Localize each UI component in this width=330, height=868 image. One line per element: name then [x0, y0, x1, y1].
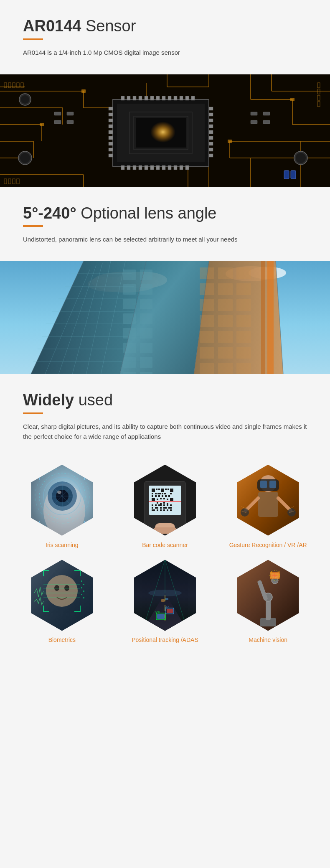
svg-rect-240 [157, 509, 158, 511]
lens-section: 5°-240° Optional lens angle Undistorted,… [0, 187, 330, 262]
svg-rect-212 [152, 495, 153, 497]
svg-rect-72 [168, 165, 171, 170]
svg-rect-158 [236, 283, 251, 295]
sensor-section: AR0144 Sensor AR0144 is a 1/4-inch 1.0 M… [0, 0, 330, 74]
svg-point-308 [277, 574, 278, 575]
svg-rect-80 [109, 130, 113, 134]
svg-rect-33 [40, 123, 44, 126]
svg-rect-66 [133, 165, 136, 170]
svg-rect-253 [269, 481, 276, 488]
svg-rect-147 [140, 343, 152, 353]
svg-rect-220 [160, 498, 162, 499]
svg-rect-51 [121, 96, 124, 100]
svg-rect-208 [157, 493, 161, 494]
svg-rect-162 [200, 315, 214, 327]
svg-rect-177 [267, 261, 274, 374]
svg-rect-271 [83, 584, 84, 585]
svg-rect-31 [81, 89, 86, 93]
svg-rect-55 [145, 96, 148, 100]
svg-rect-237 [163, 507, 167, 509]
svg-rect-205 [170, 489, 173, 492]
svg-rect-35 [228, 140, 232, 143]
svg-rect-77 [109, 113, 113, 116]
adas-label: Positional tracking /ADAS [132, 636, 198, 644]
svg-rect-138 [123, 284, 136, 295]
svg-rect-113 [291, 171, 296, 179]
svg-rect-238 [168, 507, 172, 509]
app-biometrics: Biometrics [13, 557, 112, 644]
adas-hex-container: CAR VEH [132, 557, 198, 633]
svg-rect-83 [109, 148, 113, 151]
iris-label: Iris scanning [46, 541, 79, 550]
svg-point-264 [54, 585, 59, 591]
svg-rect-227 [167, 503, 168, 504]
svg-rect-281 [157, 614, 165, 619]
svg-rect-228 [152, 504, 153, 506]
svg-rect-59 [168, 96, 171, 100]
svg-rect-143 [140, 313, 152, 324]
svg-rect-136 [123, 270, 136, 280]
svg-rect-230 [158, 504, 162, 506]
svg-point-263 [46, 575, 78, 607]
svg-point-265 [64, 585, 69, 591]
svg-rect-210 [164, 493, 166, 494]
svg-rect-219 [157, 499, 158, 500]
svg-rect-81 [109, 136, 113, 140]
biometrics-label: Biometrics [48, 636, 76, 644]
svg-rect-282 [167, 609, 173, 613]
widely-title-normal: used [74, 391, 113, 409]
svg-rect-272 [81, 587, 82, 588]
svg-rect-62 [185, 96, 189, 100]
svg-rect-207 [155, 493, 157, 494]
svg-rect-201 [158, 489, 160, 490]
widely-description: Clear, sharp digital pictures, and its a… [23, 422, 307, 442]
widely-section: Widely used Clear, sharp digital picture… [0, 374, 330, 458]
svg-rect-65 [127, 165, 130, 170]
svg-rect-235 [155, 507, 158, 509]
svg-rect-239 [152, 509, 155, 511]
widely-title: Widely used [23, 391, 307, 410]
svg-point-97 [150, 122, 175, 143]
svg-rect-215 [162, 495, 163, 497]
svg-rect-154 [218, 267, 233, 279]
svg-rect-274 [81, 594, 82, 595]
svg-rect-161 [236, 299, 251, 311]
svg-point-306 [271, 571, 272, 573]
svg-rect-63 [191, 96, 195, 100]
svg-rect-141 [140, 299, 152, 309]
svg-rect-170 [236, 347, 251, 359]
svg-rect-225 [160, 503, 162, 504]
svg-rect-73 [174, 165, 177, 170]
svg-rect-242 [163, 509, 165, 511]
applications-grid: Iris scanning [0, 458, 330, 657]
svg-rect-149 [140, 357, 152, 368]
svg-rect-200 [156, 489, 157, 490]
app-iris: Iris scanning [13, 463, 112, 550]
svg-rect-93 [209, 154, 213, 157]
app-gesture: Gesture Recognition / VR /AR [218, 463, 317, 550]
svg-rect-216 [165, 495, 167, 497]
svg-rect-34 [290, 98, 294, 101]
svg-rect-98 [54, 112, 61, 115]
svg-rect-250 [258, 492, 278, 517]
svg-rect-75 [185, 165, 189, 170]
svg-rect-155 [236, 267, 251, 279]
svg-text:VEH: VEH [165, 606, 170, 608]
svg-rect-222 [167, 499, 168, 500]
svg-rect-167 [236, 331, 251, 343]
svg-rect-232 [167, 504, 168, 506]
sensor-accent-bar [23, 38, 43, 40]
svg-rect-104 [251, 120, 257, 124]
svg-rect-285 [161, 599, 165, 602]
circuit-board-image [0, 74, 330, 187]
svg-rect-100 [54, 120, 61, 124]
svg-point-292 [148, 590, 182, 596]
svg-rect-57 [156, 96, 160, 100]
svg-rect-69 [150, 165, 154, 170]
lens-title-bold: 5°-240° [23, 204, 76, 222]
svg-rect-79 [109, 125, 113, 128]
svg-point-107 [20, 153, 30, 163]
svg-rect-156 [200, 283, 214, 295]
svg-rect-226 [163, 502, 165, 504]
svg-rect-252 [260, 481, 267, 488]
